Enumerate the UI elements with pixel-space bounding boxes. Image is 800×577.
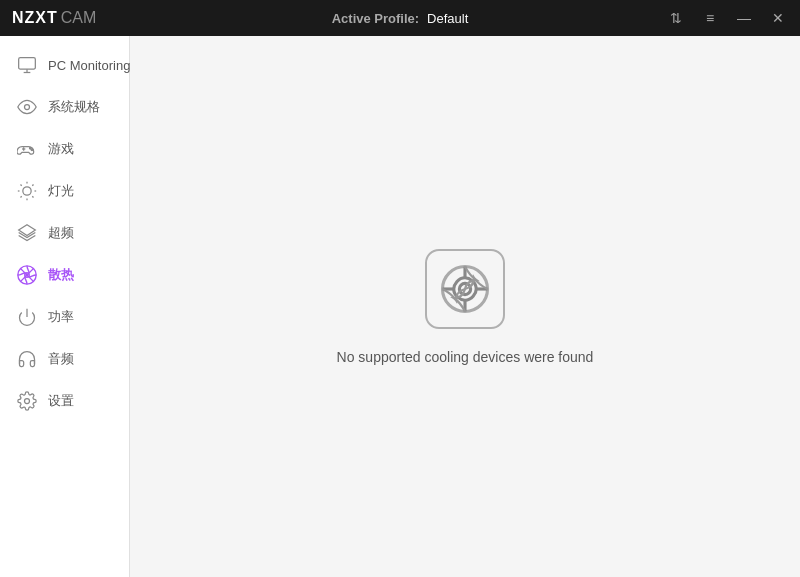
minimize-button[interactable]: — <box>734 8 754 28</box>
app-body: PC Monitoring 系统规格 <box>0 36 800 577</box>
svg-line-15 <box>21 196 22 197</box>
sidebar-item-label: 系统规格 <box>48 98 100 116</box>
title-bar: NZXT CAM Active Profile: Default ⇅ ≡ — ✕ <box>0 0 800 36</box>
svg-line-12 <box>32 196 33 197</box>
empty-state: No supported cooling devices were found <box>337 249 594 365</box>
window-controls: ⇅ ≡ — ✕ <box>666 8 788 28</box>
sidebar-item-label: PC Monitoring <box>48 58 130 73</box>
headphones-icon <box>16 348 38 370</box>
svg-point-3 <box>25 105 30 110</box>
close-button[interactable]: ✕ <box>768 8 788 28</box>
sun-icon <box>16 180 38 202</box>
sidebar-item-pc-monitoring[interactable]: PC Monitoring <box>0 44 129 86</box>
active-profile-section: Active Profile: Default <box>332 11 469 26</box>
sidebar-item-overclocking[interactable]: 超频 <box>0 212 129 254</box>
layers-icon <box>16 222 38 244</box>
gamepad-icon <box>16 138 38 160</box>
active-profile-label: Active Profile: <box>332 11 419 26</box>
sidebar-item-cooling[interactable]: 散热 <box>0 254 129 296</box>
menu-button[interactable]: ≡ <box>700 8 720 28</box>
sidebar-item-lighting[interactable]: 灯光 <box>0 170 129 212</box>
svg-line-11 <box>21 185 22 186</box>
logo-cam: CAM <box>61 9 97 27</box>
svg-point-21 <box>25 399 30 404</box>
sidebar-item-label: 灯光 <box>48 182 74 200</box>
sidebar-item-label: 游戏 <box>48 140 74 158</box>
eye-icon <box>16 96 38 118</box>
profile-switch-button[interactable]: ⇅ <box>666 8 686 28</box>
active-profile-value: Default <box>427 11 468 26</box>
sidebar-item-label: 设置 <box>48 392 74 410</box>
svg-point-8 <box>23 187 31 195</box>
cooling-icon <box>16 264 38 286</box>
monitor-icon <box>16 54 38 76</box>
sidebar-item-label: 功率 <box>48 308 74 326</box>
gear-icon <box>16 390 38 412</box>
power-icon <box>16 306 38 328</box>
fan-icon-box <box>425 249 505 329</box>
empty-message: No supported cooling devices were found <box>337 349 594 365</box>
app-logo: NZXT CAM <box>12 9 96 27</box>
content-area: No supported cooling devices were found <box>130 36 800 577</box>
svg-rect-0 <box>19 58 36 70</box>
fan-icon <box>438 262 492 316</box>
sidebar-item-audio[interactable]: 音频 <box>0 338 129 380</box>
sidebar-item-settings[interactable]: 设置 <box>0 380 129 422</box>
sidebar-item-label: 音频 <box>48 350 74 368</box>
sidebar-item-games[interactable]: 游戏 <box>0 128 129 170</box>
sidebar-item-power[interactable]: 功率 <box>0 296 129 338</box>
sidebar: PC Monitoring 系统规格 <box>0 36 130 577</box>
svg-line-16 <box>32 185 33 186</box>
logo-nzxt: NZXT <box>12 9 58 27</box>
sidebar-item-label: 散热 <box>48 266 74 284</box>
sidebar-item-system-specs[interactable]: 系统规格 <box>0 86 129 128</box>
sidebar-item-label: 超频 <box>48 224 74 242</box>
